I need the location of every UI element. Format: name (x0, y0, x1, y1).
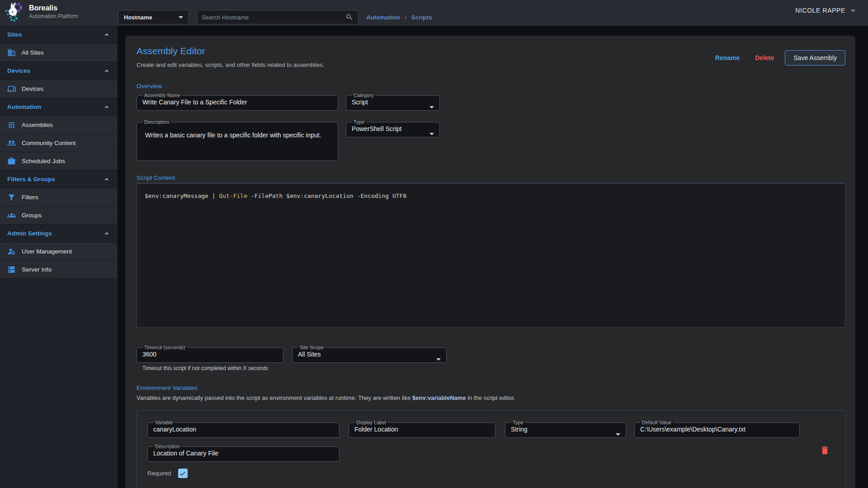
default-value-value: C:\Users\example\Desktop\Canary.txt (640, 426, 794, 433)
brand-text: Borealis Automation Platform (29, 4, 78, 19)
site-scope-value: All Sites (298, 351, 441, 358)
groups-icon (7, 211, 16, 220)
chevron-down-icon (179, 16, 183, 19)
sidebar-item-groups[interactable]: Groups (0, 206, 118, 225)
breadcrumb-separator: › (405, 14, 407, 21)
required-checkbox[interactable] (178, 469, 188, 478)
save-assembly-button[interactable]: Save Assembly (785, 50, 845, 66)
sidebar-section-admin-settings[interactable]: Admin Settings (0, 225, 118, 243)
sidebar-section-label: Sites (7, 31, 22, 38)
trash-icon (820, 445, 830, 455)
chevron-up-icon (103, 103, 110, 111)
chevron-down-icon (849, 6, 857, 14)
category-label: Category (352, 93, 376, 98)
sidebar-item-all-sites[interactable]: All Sites (0, 44, 118, 62)
sidebar-item-label: Assemblies (22, 122, 53, 128)
sidebar-section-sites[interactable]: Sites (0, 26, 118, 44)
brand-subtitle: Automation Platform (29, 13, 78, 19)
breadcrumb-item-automation[interactable]: Automation (366, 14, 400, 21)
sidebar-item-devices[interactable]: Devices (0, 80, 118, 98)
environment-variables-description: Variables are dynamically passed into th… (137, 394, 515, 401)
page-subtitle: Create and edit variables, scripts, and … (137, 61, 325, 68)
assembly-name-field[interactable]: Assembly Name Write Canary File to a Spe… (137, 93, 338, 111)
variable-type-value: String (511, 426, 620, 433)
environment-variables-heading: Environment Variables (137, 385, 198, 391)
chevron-up-icon (103, 230, 110, 237)
script-editor[interactable]: $env:canaryMessage | Out-File -FilePath … (137, 183, 845, 328)
chevron-up-icon (103, 176, 110, 183)
timeout-field[interactable]: Timeout (seconds) 3600 (137, 345, 283, 363)
sidebar-item-label: Devices (22, 85, 43, 92)
default-value-label: Default Value (640, 420, 673, 425)
sidebar-item-label: Community Content (22, 140, 75, 146)
brand-name: Borealis (29, 4, 78, 12)
variable-name-field[interactable]: Variable canaryLocation (147, 420, 340, 438)
timeout-label: Timeout (seconds) (142, 345, 187, 350)
description-value: Writes a basic canary file to a specific… (145, 130, 326, 140)
search-hostname-box[interactable] (197, 10, 359, 24)
type-select[interactable]: Type PowerShell Script (346, 119, 440, 137)
sidebar-item-community-content[interactable]: Community Content (0, 134, 118, 152)
sidebar-item-label: Server Info (22, 266, 52, 273)
variable-name-label: Variable (153, 420, 175, 425)
env-desc-prefix: Variables are dynamically passed into th… (137, 394, 412, 401)
script-content-heading: Script Content (137, 174, 175, 181)
user-menu[interactable]: NICOLE RAPPE (795, 6, 857, 14)
timeout-helper-text: Timeout this script if not completed wit… (142, 365, 268, 371)
display-label-label: Display Label (354, 420, 388, 425)
variable-description-field[interactable]: Description Location of Canary File (147, 444, 340, 462)
delete-button[interactable]: Delete (750, 51, 778, 65)
display-label-field[interactable]: Display Label Folder Location (349, 420, 495, 438)
chevron-down-icon (616, 433, 620, 436)
sidebar-item-server-info[interactable]: Server Info (0, 261, 118, 279)
sidebar-item-label: Scheduled Jobs (22, 158, 65, 164)
app-root: Borealis Automation Platform Hostname Au… (0, 0, 868, 488)
brand: Borealis Automation Platform (4, 1, 78, 22)
sidebar-item-scheduled-jobs[interactable]: Scheduled Jobs (0, 152, 118, 170)
delete-variable-button[interactable] (820, 445, 830, 457)
sidebar-section-automation[interactable]: Automation (0, 98, 118, 116)
code-part2: -FilePath $env:canaryLocation -Encoding … (247, 192, 406, 199)
breadcrumb-item-scripts[interactable]: Scripts (411, 14, 432, 21)
sidebar-item-user-management[interactable]: User Management (0, 243, 118, 261)
category-value: Script (352, 99, 434, 106)
sidebar-item-label: All Sites (22, 49, 44, 56)
sidebar-section-label: Automation (7, 103, 41, 110)
env-desc-code: $env:variableName (412, 394, 466, 401)
description-label: Description (142, 119, 171, 125)
description-field[interactable]: Description Writes a basic canary file t… (137, 119, 338, 161)
sidebar-item-filters[interactable]: Filters (0, 188, 118, 206)
sidebar-item-label: User Management (22, 248, 72, 255)
overview-heading: Overview (137, 83, 162, 89)
sidebar-item-assemblies[interactable]: Assemblies (0, 116, 118, 134)
type-value: PowerShell Script (352, 125, 434, 132)
user-gear-icon (7, 247, 16, 256)
briefcase-icon (7, 157, 16, 165)
code-keyword: Out-File (219, 192, 247, 199)
variable-description-value: Location of Canary File (153, 450, 334, 457)
chevron-down-icon (436, 358, 441, 361)
rename-button[interactable]: Rename (711, 51, 744, 65)
site-scope-select[interactable]: Site Scope All Sites (292, 345, 447, 363)
timeout-value: 3600 (142, 351, 278, 358)
script-code-line: $env:canaryMessage | Out-File -FilePath … (137, 183, 845, 199)
category-select[interactable]: Category Script (346, 93, 440, 111)
default-value-field[interactable]: Default Value C:\Users\example\Desktop\C… (634, 420, 800, 438)
borealis-logo-icon (4, 1, 24, 22)
search-icon (345, 13, 354, 21)
required-row: Required (147, 469, 188, 478)
building-icon (7, 48, 16, 57)
sidebar-section-label: Filters & Groups (7, 176, 55, 183)
type-label: Type (352, 119, 366, 125)
sidebar-section-label: Admin Settings (7, 230, 52, 237)
variable-type-select[interactable]: Type String (505, 420, 626, 438)
sidebar-section-devices[interactable]: Devices (0, 62, 118, 80)
hostname-select-value: Hostname (124, 14, 179, 21)
assembly-name-label: Assembly Name (142, 93, 182, 98)
code-part1: $env:canaryMessage | (145, 192, 219, 199)
hostname-select[interactable]: Hostname (118, 10, 189, 24)
check-icon (179, 470, 186, 477)
search-hostname-input[interactable] (202, 14, 345, 21)
page-title: Assembly Editor (137, 46, 205, 56)
sidebar-section-filters-groups[interactable]: Filters & Groups (0, 170, 118, 188)
